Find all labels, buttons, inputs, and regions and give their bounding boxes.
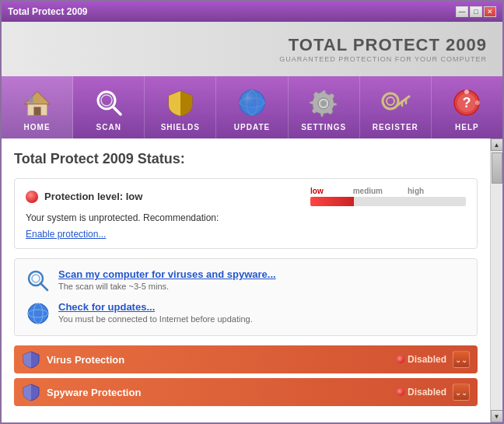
nav-label-settings: SETTINGS [301, 123, 346, 131]
spyware-expand-button[interactable]: ⌄⌄ [453, 384, 470, 401]
scan-action-text: Scan my computer for viruses and spyware… [58, 268, 276, 291]
close-button[interactable]: ✕ [484, 6, 496, 17]
svg-point-23 [475, 100, 480, 105]
nav-item-update[interactable]: UPDATE [216, 76, 288, 138]
spyware-disabled-badge: Disabled [397, 387, 446, 398]
scroll-track[interactable] [491, 151, 502, 410]
update-action-text: Check for updates... You must be connect… [58, 301, 253, 324]
enable-protection-link[interactable]: Enable protection... [26, 229, 106, 240]
virus-expand-button[interactable]: ⌄⌄ [453, 351, 470, 368]
scrollbar: ▲ ▼ [490, 138, 502, 422]
protection-bar-fill [310, 197, 354, 206]
svg-rect-2 [33, 107, 40, 115]
help-icon: ? [450, 86, 484, 120]
svg-point-25 [32, 275, 40, 282]
update-desc: You must be connected to Internet before… [58, 314, 253, 324]
virus-protection-item[interactable]: Virus Protection Disabled ⌄⌄ [14, 345, 478, 373]
svg-line-6 [113, 107, 121, 114]
virus-protection-label: Virus Protection [47, 354, 397, 366]
nav-label-help: HELP [455, 123, 479, 131]
scan-link[interactable]: Scan my computer for viruses and spyware… [58, 268, 276, 280]
scroll-thumb[interactable] [492, 152, 502, 184]
scan-desc: The scan will take ~3-5 mins. [58, 282, 276, 291]
spyware-protection-label: Spyware Protection [47, 387, 397, 398]
status-box: Protection level: low low medium high Yo… [14, 178, 478, 249]
nav-label-shields: SHIELDS [161, 123, 200, 131]
app-header: TOTAL PROTECT 2009 GUARANTEED PROTECTION… [2, 22, 502, 76]
register-icon [378, 86, 412, 120]
protection-bar-track [310, 197, 466, 206]
svg-point-15 [387, 97, 394, 105]
spyware-disabled-dot [397, 388, 404, 396]
navigation-bar: HOME SCAN SHIELDS [2, 76, 502, 138]
window-controls: — □ ✕ [456, 6, 496, 17]
label-medium: medium [353, 187, 383, 195]
svg-point-11 [240, 90, 264, 115]
title-bar: Total Protect 2009 — □ ✕ [2, 2, 502, 22]
label-low: low [310, 187, 324, 195]
scroll-up-button[interactable]: ▲ [491, 138, 503, 151]
spyware-protection-item[interactable]: Spyware Protection Disabled ⌄⌄ [14, 378, 478, 406]
nav-item-home[interactable]: HOME [2, 76, 73, 138]
main-content: Total Protect 2009 Status: Protection le… [2, 138, 502, 422]
scan-action-item: Scan my computer for viruses and spyware… [26, 268, 466, 293]
maximize-button[interactable]: □ [470, 6, 482, 17]
nav-label-home: HOME [24, 123, 51, 131]
virus-disabled-dot [397, 356, 404, 363]
shields-icon [163, 86, 198, 120]
spyware-disabled-text: Disabled [408, 387, 446, 398]
content-area: Total Protect 2009 Status: Protection le… [2, 138, 490, 422]
level-bar-area: low medium high [310, 187, 466, 206]
svg-marker-1 [24, 91, 50, 103]
svg-point-27 [28, 303, 48, 324]
main-window: Total Protect 2009 — □ ✕ TOTAL PROTECT 2… [0, 0, 504, 424]
nav-label-update: UPDATE [234, 123, 270, 131]
nav-item-help[interactable]: ? HELP [432, 76, 502, 138]
svg-text:?: ? [463, 95, 471, 110]
virus-shield-icon [22, 350, 40, 369]
protection-level-text: Protection level: low [44, 191, 310, 202]
scan-icon [92, 86, 126, 120]
scroll-down-button[interactable]: ▼ [491, 410, 503, 422]
update-link[interactable]: Check for updates... [58, 301, 253, 313]
label-high: high [408, 187, 424, 195]
recommendation-text: Your system is unprotected. Recommendati… [26, 212, 466, 223]
nav-item-shields[interactable]: SHIELDS [145, 76, 216, 138]
window-title: Total Protect 2009 [8, 6, 87, 17]
update-action-item: Check for updates... You must be connect… [26, 301, 466, 326]
home-icon [20, 86, 54, 120]
nav-label-scan: SCAN [96, 123, 121, 131]
spyware-shield-icon [22, 383, 40, 401]
level-label-row: low medium high [310, 187, 466, 195]
svg-point-22 [464, 89, 469, 94]
brand-subtitle: GUARANTEED PROTECTION FOR YOUR COMPUTER [279, 55, 487, 63]
page-title: Total Protect 2009 Status: [14, 151, 478, 167]
update-icon [235, 86, 269, 120]
protection-level-row: Protection level: low low medium high [26, 187, 466, 206]
status-dot [26, 191, 38, 203]
nav-label-register: REGISTER [373, 123, 418, 131]
virus-disabled-text: Disabled [408, 354, 446, 365]
nav-item-register[interactable]: REGISTER [360, 76, 432, 138]
settings-icon [306, 86, 341, 120]
nav-item-scan[interactable]: SCAN [73, 76, 145, 138]
scan-action-icon [26, 268, 51, 293]
brand-title: TOTAL PROTECT 2009 [279, 35, 487, 55]
virus-disabled-badge: Disabled [397, 354, 446, 365]
svg-point-5 [101, 95, 112, 106]
action-box: Scan my computer for viruses and spyware… [14, 258, 478, 336]
nav-item-settings[interactable]: SETTINGS [289, 76, 360, 138]
minimize-button[interactable]: — [456, 6, 468, 17]
svg-line-26 [40, 283, 47, 290]
brand-area: TOTAL PROTECT 2009 GUARANTEED PROTECTION… [279, 35, 487, 63]
svg-rect-3 [29, 96, 33, 102]
svg-point-13 [320, 100, 327, 107]
update-action-icon [26, 301, 51, 326]
